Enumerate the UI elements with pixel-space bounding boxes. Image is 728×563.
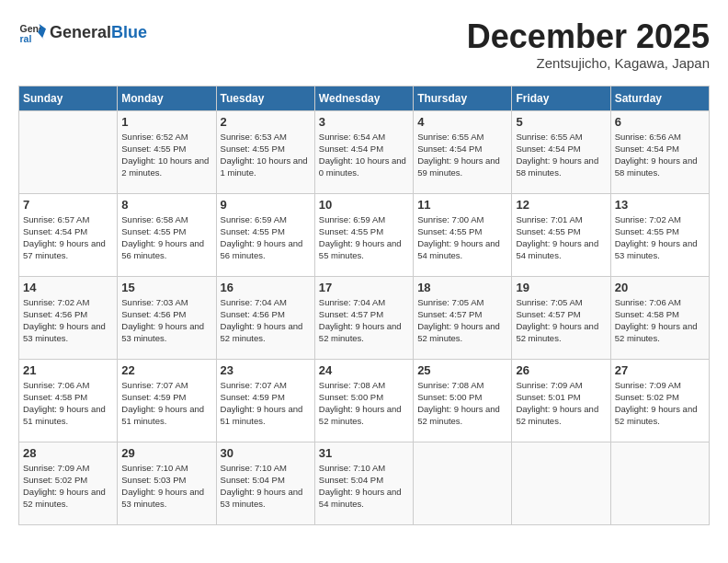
calendar-cell: 10Sunrise: 6:59 AMSunset: 4:55 PMDayligh… (314, 193, 413, 276)
day-number: 1 (121, 115, 211, 129)
day-number: 14 (23, 281, 113, 294)
day-info: Sunrise: 7:03 AMSunset: 4:56 PMDaylight:… (121, 296, 211, 345)
day-number: 17 (319, 281, 409, 294)
calendar-cell: 4Sunrise: 6:55 AMSunset: 4:54 PMDaylight… (414, 110, 512, 193)
day-info: Sunrise: 7:02 AMSunset: 4:55 PMDaylight:… (615, 213, 705, 262)
day-number: 18 (417, 281, 507, 294)
day-info: Sunrise: 7:10 AMSunset: 5:03 PMDaylight:… (121, 462, 211, 511)
calendar-cell: 23Sunrise: 7:07 AMSunset: 4:59 PMDayligh… (216, 359, 314, 442)
day-number: 5 (516, 115, 606, 129)
day-number: 10 (319, 198, 409, 212)
day-info: Sunrise: 7:09 AMSunset: 5:02 PMDaylight:… (23, 462, 113, 511)
calendar-cell (512, 442, 610, 524)
calendar-cell: 28Sunrise: 7:09 AMSunset: 5:02 PMDayligh… (19, 442, 118, 524)
day-number: 3 (319, 115, 409, 129)
calendar-cell (19, 110, 118, 193)
day-info: Sunrise: 7:10 AMSunset: 5:04 PMDaylight:… (221, 462, 311, 511)
day-info: Sunrise: 6:58 AMSunset: 4:55 PMDaylight:… (121, 213, 211, 262)
header-wednesday: Wednesday (314, 86, 413, 110)
day-info: Sunrise: 7:04 AMSunset: 4:56 PMDaylight:… (221, 296, 311, 345)
day-info: Sunrise: 7:07 AMSunset: 4:59 PMDaylight:… (221, 379, 311, 428)
day-info: Sunrise: 7:07 AMSunset: 4:59 PMDaylight:… (121, 379, 211, 428)
calendar-cell: 30Sunrise: 7:10 AMSunset: 5:04 PMDayligh… (216, 442, 314, 524)
day-number: 9 (221, 198, 311, 212)
day-number: 20 (615, 281, 705, 294)
month-title: December 2025 (467, 18, 710, 55)
title-block: December 2025 Zentsujicho, Kagawa, Japan (467, 18, 710, 71)
day-info: Sunrise: 6:56 AMSunset: 4:54 PMDaylight:… (615, 131, 705, 179)
calendar-cell (414, 442, 512, 524)
day-number: 6 (615, 115, 705, 129)
day-info: Sunrise: 7:00 AMSunset: 4:55 PMDaylight:… (417, 213, 507, 262)
calendar-cell: 1Sunrise: 6:52 AMSunset: 4:55 PMDaylight… (118, 110, 216, 193)
day-info: Sunrise: 6:55 AMSunset: 4:54 PMDaylight:… (516, 131, 606, 179)
location-subtitle: Zentsujicho, Kagawa, Japan (467, 55, 710, 71)
header-saturday: Saturday (610, 86, 709, 110)
calendar-cell: 5Sunrise: 6:55 AMSunset: 4:54 PMDaylight… (512, 110, 610, 193)
calendar-cell: 7Sunrise: 6:57 AMSunset: 4:54 PMDaylight… (19, 193, 118, 276)
calendar-week-row: 14Sunrise: 7:02 AMSunset: 4:56 PMDayligh… (19, 276, 710, 359)
day-number: 4 (417, 115, 507, 129)
day-info: Sunrise: 7:08 AMSunset: 5:00 PMDaylight:… (319, 379, 409, 428)
day-info: Sunrise: 7:05 AMSunset: 4:57 PMDaylight:… (417, 296, 507, 345)
logo-icon: Gene ral (18, 18, 46, 46)
calendar-cell: 16Sunrise: 7:04 AMSunset: 4:56 PMDayligh… (216, 276, 314, 359)
calendar-cell: 9Sunrise: 6:59 AMSunset: 4:55 PMDaylight… (216, 193, 314, 276)
calendar-cell: 24Sunrise: 7:08 AMSunset: 5:00 PMDayligh… (314, 359, 413, 442)
day-number: 12 (516, 198, 606, 212)
day-info: Sunrise: 7:09 AMSunset: 5:01 PMDaylight:… (516, 379, 606, 428)
calendar-cell: 2Sunrise: 6:53 AMSunset: 4:55 PMDaylight… (216, 110, 314, 193)
day-number: 23 (221, 363, 311, 377)
day-number: 21 (23, 363, 113, 377)
calendar-cell: 22Sunrise: 7:07 AMSunset: 4:59 PMDayligh… (118, 359, 216, 442)
day-info: Sunrise: 7:06 AMSunset: 4:58 PMDaylight:… (615, 296, 705, 345)
header-monday: Monday (118, 86, 216, 110)
calendar-week-row: 1Sunrise: 6:52 AMSunset: 4:55 PMDaylight… (19, 110, 710, 193)
calendar-cell: 12Sunrise: 7:01 AMSunset: 4:55 PMDayligh… (512, 193, 610, 276)
page-header: Gene ral General Blue December 2025 Zent… (18, 18, 710, 71)
calendar-cell: 14Sunrise: 7:02 AMSunset: 4:56 PMDayligh… (19, 276, 118, 359)
calendar-cell: 15Sunrise: 7:03 AMSunset: 4:56 PMDayligh… (118, 276, 216, 359)
day-info: Sunrise: 6:54 AMSunset: 4:54 PMDaylight:… (319, 131, 409, 179)
header-tuesday: Tuesday (216, 86, 314, 110)
day-info: Sunrise: 6:57 AMSunset: 4:54 PMDaylight:… (23, 213, 113, 262)
logo-text-blue: Blue (111, 23, 147, 42)
calendar-cell: 29Sunrise: 7:10 AMSunset: 5:03 PMDayligh… (118, 442, 216, 524)
day-number: 22 (121, 363, 211, 377)
day-number: 2 (221, 115, 311, 129)
calendar-cell: 17Sunrise: 7:04 AMSunset: 4:57 PMDayligh… (314, 276, 413, 359)
calendar-cell: 3Sunrise: 6:54 AMSunset: 4:54 PMDaylight… (314, 110, 413, 193)
calendar-cell: 19Sunrise: 7:05 AMSunset: 4:57 PMDayligh… (512, 276, 610, 359)
day-info: Sunrise: 7:09 AMSunset: 5:02 PMDaylight:… (615, 379, 705, 428)
calendar-table: SundayMondayTuesdayWednesdayThursdayFrid… (18, 86, 710, 525)
day-number: 7 (23, 198, 113, 212)
calendar-week-row: 21Sunrise: 7:06 AMSunset: 4:58 PMDayligh… (19, 359, 710, 442)
day-info: Sunrise: 7:08 AMSunset: 5:00 PMDaylight:… (417, 379, 507, 428)
calendar-cell: 13Sunrise: 7:02 AMSunset: 4:55 PMDayligh… (610, 193, 709, 276)
day-info: Sunrise: 7:06 AMSunset: 4:58 PMDaylight:… (23, 379, 113, 428)
day-number: 31 (319, 446, 409, 460)
day-info: Sunrise: 7:05 AMSunset: 4:57 PMDaylight:… (516, 296, 606, 345)
calendar-week-row: 7Sunrise: 6:57 AMSunset: 4:54 PMDaylight… (19, 193, 710, 276)
header-sunday: Sunday (19, 86, 118, 110)
calendar-cell: 6Sunrise: 6:56 AMSunset: 4:54 PMDaylight… (610, 110, 709, 193)
svg-text:ral: ral (20, 33, 32, 44)
day-info: Sunrise: 7:02 AMSunset: 4:56 PMDaylight:… (23, 296, 113, 345)
calendar-header-row: SundayMondayTuesdayWednesdayThursdayFrid… (19, 86, 710, 110)
day-info: Sunrise: 6:59 AMSunset: 4:55 PMDaylight:… (319, 213, 409, 262)
day-info: Sunrise: 6:52 AMSunset: 4:55 PMDaylight:… (121, 131, 211, 179)
header-friday: Friday (512, 86, 610, 110)
day-number: 30 (221, 446, 311, 460)
day-info: Sunrise: 7:04 AMSunset: 4:57 PMDaylight:… (319, 296, 409, 345)
day-number: 29 (121, 446, 211, 460)
day-number: 8 (121, 198, 211, 212)
day-number: 25 (417, 363, 507, 377)
calendar-cell: 21Sunrise: 7:06 AMSunset: 4:58 PMDayligh… (19, 359, 118, 442)
day-number: 28 (23, 446, 113, 460)
day-info: Sunrise: 7:01 AMSunset: 4:55 PMDaylight:… (516, 213, 606, 262)
day-info: Sunrise: 6:59 AMSunset: 4:55 PMDaylight:… (221, 213, 311, 262)
calendar-week-row: 28Sunrise: 7:09 AMSunset: 5:02 PMDayligh… (19, 442, 710, 524)
calendar-cell: 8Sunrise: 6:58 AMSunset: 4:55 PMDaylight… (118, 193, 216, 276)
day-number: 11 (417, 198, 507, 212)
calendar-cell: 11Sunrise: 7:00 AMSunset: 4:55 PMDayligh… (414, 193, 512, 276)
